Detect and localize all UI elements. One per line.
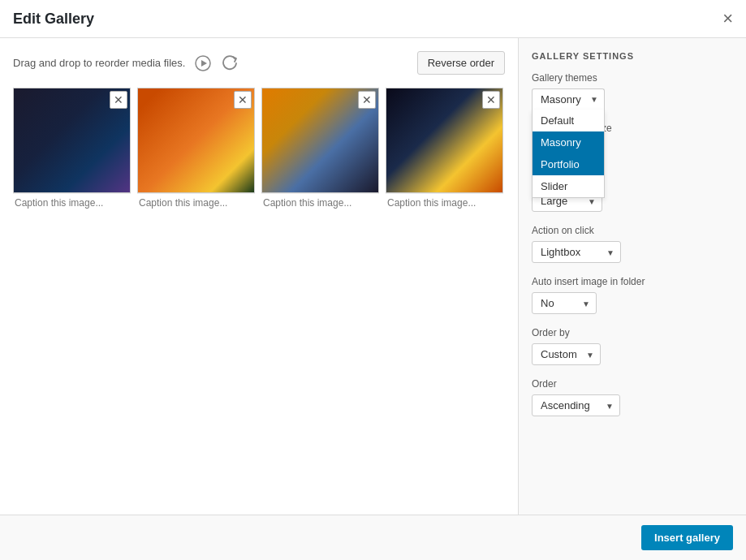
field-order: Order Ascending Descending ▼	[532, 378, 730, 416]
play-icon	[195, 55, 211, 71]
caption-input[interactable]	[386, 193, 503, 212]
refresh-icon	[222, 55, 239, 71]
field-auto-insert: Auto insert image in folder No Yes ▼	[532, 276, 730, 314]
reverse-order-button[interactable]: Reverse order	[417, 51, 505, 75]
gallery-themes-wrapper: Default Masonry Portfolio Slider ▼ Defau…	[532, 88, 605, 110]
drag-drop-text: Drag and drop to reorder media files.	[13, 57, 185, 69]
toolbar: Drag and drop to reorder media files. Re…	[13, 51, 505, 75]
remove-image-button[interactable]: ✕	[482, 91, 500, 109]
list-item: ✕	[261, 88, 379, 212]
order-by-label: Order by	[532, 327, 730, 338]
main-area: Drag and drop to reorder media files. Re…	[0, 38, 519, 515]
dropdown-option-default[interactable]: Default	[533, 110, 604, 131]
order-select[interactable]: Ascending Descending	[532, 394, 620, 416]
dialog-body: Drag and drop to reorder media files. Re…	[0, 38, 746, 515]
images-grid: ✕ ✕ ✕ ✕	[13, 88, 505, 212]
edit-gallery-dialog: Edit Gallery × Drag and drop to reorder …	[0, 0, 746, 560]
field-gallery-themes: Gallery themes Default Masonry Portfolio…	[532, 72, 730, 110]
list-item: ✕	[137, 88, 255, 212]
field-order-by: Order by Custom Date Title ▼	[532, 327, 730, 365]
dialog-footer: Insert gallery	[0, 515, 746, 560]
auto-insert-wrapper: No Yes ▼	[532, 292, 597, 314]
caption-input[interactable]	[137, 193, 255, 212]
insert-gallery-button[interactable]: Insert gallery	[641, 525, 733, 550]
action-on-click-select[interactable]: Lightbox None	[532, 241, 621, 263]
order-by-select[interactable]: Custom Date Title	[532, 343, 601, 365]
play-button[interactable]	[193, 54, 213, 73]
order-label: Order	[532, 378, 730, 390]
settings-title: GALLERY SETTINGS	[532, 51, 730, 61]
gallery-themes-select[interactable]: Default Masonry Portfolio Slider	[532, 88, 605, 110]
gallery-themes-dropdown: Default Masonry Portfolio Slider	[532, 110, 605, 198]
dialog-header: Edit Gallery ×	[0, 0, 746, 38]
refresh-button[interactable]	[221, 54, 240, 73]
svg-marker-1	[201, 60, 207, 67]
sidebar: GALLERY SETTINGS Gallery themes Default …	[519, 38, 746, 515]
sidebar-inner: GALLERY SETTINGS Gallery themes Default …	[519, 38, 746, 442]
dropdown-option-masonry[interactable]: Masonry	[533, 131, 604, 153]
auto-insert-label: Auto insert image in folder	[532, 276, 730, 287]
dropdown-option-portfolio[interactable]: Portfolio	[533, 153, 604, 175]
caption-input[interactable]	[261, 193, 379, 212]
order-by-wrapper: Custom Date Title ▼	[532, 343, 601, 365]
gallery-themes-label: Gallery themes	[532, 72, 730, 84]
action-on-click-wrapper: Lightbox None ▼	[532, 241, 621, 263]
close-button[interactable]: ×	[722, 10, 733, 28]
remove-image-button[interactable]: ✕	[234, 91, 252, 109]
list-item: ✕	[386, 88, 503, 212]
dialog-title: Edit Gallery	[13, 11, 94, 28]
caption-input[interactable]	[13, 193, 131, 212]
list-item: ✕	[13, 88, 131, 212]
order-wrapper: Ascending Descending ▼	[532, 394, 620, 416]
remove-image-button[interactable]: ✕	[110, 91, 127, 109]
field-action-on-click: Action on click Lightbox None ▼	[532, 225, 730, 263]
action-on-click-label: Action on click	[532, 225, 730, 236]
remove-image-button[interactable]: ✕	[358, 91, 376, 109]
auto-insert-select[interactable]: No Yes	[532, 292, 597, 314]
dropdown-option-slider[interactable]: Slider	[533, 175, 604, 197]
